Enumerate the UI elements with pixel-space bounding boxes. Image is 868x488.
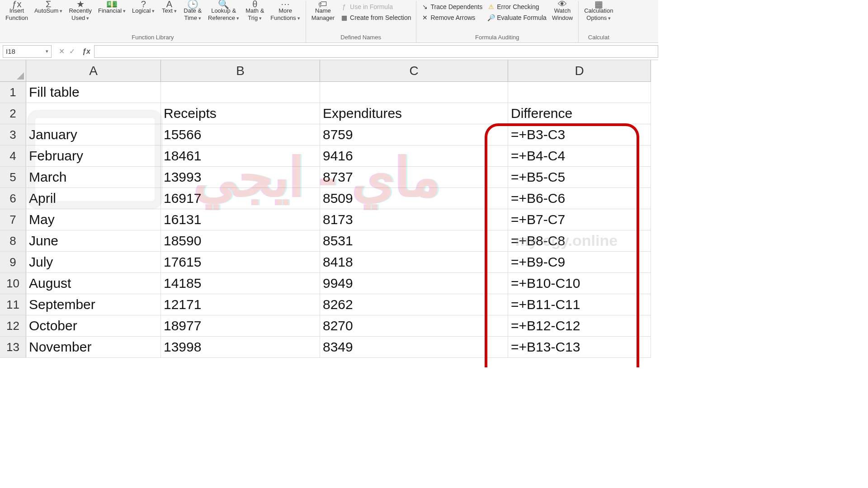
cell-C9[interactable]: 8418 <box>320 252 508 273</box>
cell-C8[interactable]: 8531 <box>320 230 508 252</box>
watch-window-button[interactable]: 👁Watch Window <box>549 1 576 22</box>
calculation-options-button[interactable]: ▦Calculation Options <box>581 1 616 22</box>
cell-D5[interactable]: =+B5-C5 <box>508 167 651 188</box>
cell-C13[interactable]: 8349 <box>320 337 508 358</box>
cell-D6[interactable]: =+B6-C6 <box>508 188 651 209</box>
cell-B1[interactable] <box>161 82 320 103</box>
cell-B9[interactable]: 17615 <box>161 252 320 273</box>
row-header[interactable]: 11 <box>0 294 26 315</box>
cell-C2[interactable]: Expenditures <box>320 103 508 124</box>
name-box[interactable]: I18 <box>3 45 52 58</box>
date-time-button[interactable]: 🕒Date & Time <box>181 1 204 22</box>
cell-B3[interactable]: 15566 <box>161 124 320 145</box>
financial-button[interactable]: 💵Financial <box>95 1 128 15</box>
cell-D12[interactable]: =+B12-C12 <box>508 315 651 337</box>
more-functions-button[interactable]: ⋯More Functions <box>268 1 302 22</box>
row-header[interactable]: 3 <box>0 124 26 145</box>
row-header[interactable]: 1 <box>0 82 26 103</box>
group-function-library: ƒxInsert Function ΣAutoSum ★Recently Use… <box>0 1 306 42</box>
cell-A8[interactable]: June <box>26 230 161 252</box>
cell-D9[interactable]: =+B9-C9 <box>508 252 651 273</box>
cell-C6[interactable]: 8509 <box>320 188 508 209</box>
formula-bar: I18 ✕ ✓ ƒx <box>0 43 658 60</box>
col-header-A[interactable]: A <box>26 60 161 82</box>
cell-A6[interactable]: April <box>26 188 161 209</box>
trace-dependents-button[interactable]: ↘Trace Dependents <box>419 2 485 12</box>
cell-D4[interactable]: =+B4-C4 <box>508 145 651 167</box>
cell-D7[interactable]: =+B7-C7 <box>508 209 651 230</box>
cell-C3[interactable]: 8759 <box>320 124 508 145</box>
logical-button[interactable]: ?Logical <box>129 1 157 15</box>
col-header-D[interactable]: D <box>508 60 651 82</box>
cell-D8[interactable]: =+B8-C8 <box>508 230 651 252</box>
create-from-selection-button[interactable]: ▦Create from Selection <box>338 13 413 23</box>
row-header[interactable]: 6 <box>0 188 26 209</box>
row-header[interactable]: 7 <box>0 209 26 230</box>
cell-C12[interactable]: 8270 <box>320 315 508 337</box>
math-trig-button[interactable]: θMath & Trig <box>243 1 267 22</box>
cell-C10[interactable]: 9949 <box>320 273 508 294</box>
insert-function-button[interactable]: ƒxInsert Function <box>3 1 31 22</box>
cell-A12[interactable]: October <box>26 315 161 337</box>
cell-B4[interactable]: 18461 <box>161 145 320 167</box>
calc-icon: ▦ <box>592 2 605 6</box>
cell-D2[interactable]: Difference <box>508 103 651 124</box>
cell-B11[interactable]: 12171 <box>161 294 320 315</box>
row-header[interactable]: 13 <box>0 337 26 358</box>
cell-A3[interactable]: January <box>26 124 161 145</box>
col-header-B[interactable]: B <box>161 60 320 82</box>
recently-used-button[interactable]: ★Recently Used <box>66 1 94 22</box>
cell-D1[interactable] <box>508 82 651 103</box>
col-header-C[interactable]: C <box>320 60 508 82</box>
cell-A5[interactable]: March <box>26 167 161 188</box>
cell-D13[interactable]: =+B13-C13 <box>508 337 651 358</box>
row-header[interactable]: 12 <box>0 315 26 337</box>
name-manager-button[interactable]: 🏷Name Manager <box>309 1 337 22</box>
enter-icon[interactable]: ✓ <box>69 47 75 56</box>
cell-A2[interactable] <box>26 103 161 124</box>
cell-A4[interactable]: February <box>26 145 161 167</box>
cancel-icon[interactable]: ✕ <box>59 47 65 56</box>
autosum-button[interactable]: ΣAutoSum <box>32 1 66 15</box>
evaluate-formula-button[interactable]: 🔎Evaluate Formula <box>485 13 548 23</box>
cell-A1[interactable]: Fill table <box>26 82 161 103</box>
table-row: 6April169178509=+B6-C6 <box>0 188 658 209</box>
cell-A9[interactable]: July <box>26 252 161 273</box>
formula-icon: ƒ <box>340 3 348 11</box>
formula-input[interactable] <box>94 45 658 58</box>
text-button[interactable]: AText <box>158 1 180 15</box>
cell-B6[interactable]: 16917 <box>161 188 320 209</box>
cell-C11[interactable]: 8262 <box>320 294 508 315</box>
lookup-reference-button[interactable]: 🔍Lookup & Reference <box>205 1 242 22</box>
row-header[interactable]: 4 <box>0 145 26 167</box>
cell-B2[interactable]: Receipts <box>161 103 320 124</box>
cell-B12[interactable]: 18977 <box>161 315 320 337</box>
cell-D11[interactable]: =+B11-C11 <box>508 294 651 315</box>
row-header[interactable]: 9 <box>0 252 26 273</box>
cell-C1[interactable] <box>320 82 508 103</box>
row-header[interactable]: 5 <box>0 167 26 188</box>
remove-arrows-button[interactable]: ✕Remove Arrows <box>419 13 485 23</box>
cell-B8[interactable]: 18590 <box>161 230 320 252</box>
cell-C4[interactable]: 9416 <box>320 145 508 167</box>
row-header[interactable]: 10 <box>0 273 26 294</box>
row-header[interactable]: 8 <box>0 230 26 252</box>
cell-D3[interactable]: =+B3-C3 <box>508 124 651 145</box>
row-header[interactable]: 2 <box>0 103 26 124</box>
cell-A10[interactable]: August <box>26 273 161 294</box>
cell-B5[interactable]: 13993 <box>161 167 320 188</box>
cell-C7[interactable]: 8173 <box>320 209 508 230</box>
select-all-corner[interactable] <box>0 60 26 82</box>
fx-label[interactable]: ƒx <box>79 47 94 56</box>
group-label: Function Library <box>132 34 174 42</box>
cell-B10[interactable]: 14185 <box>161 273 320 294</box>
cell-B7[interactable]: 16131 <box>161 209 320 230</box>
cell-A7[interactable]: May <box>26 209 161 230</box>
cell-B13[interactable]: 13998 <box>161 337 320 358</box>
cell-D10[interactable]: =+B10-C10 <box>508 273 651 294</box>
error-checking-button[interactable]: ⚠Error Checking <box>485 2 548 12</box>
table-row: 2ReceiptsExpendituresDifference <box>0 103 658 124</box>
cell-C5[interactable]: 8737 <box>320 167 508 188</box>
cell-A11[interactable]: September <box>26 294 161 315</box>
cell-A13[interactable]: November <box>26 337 161 358</box>
